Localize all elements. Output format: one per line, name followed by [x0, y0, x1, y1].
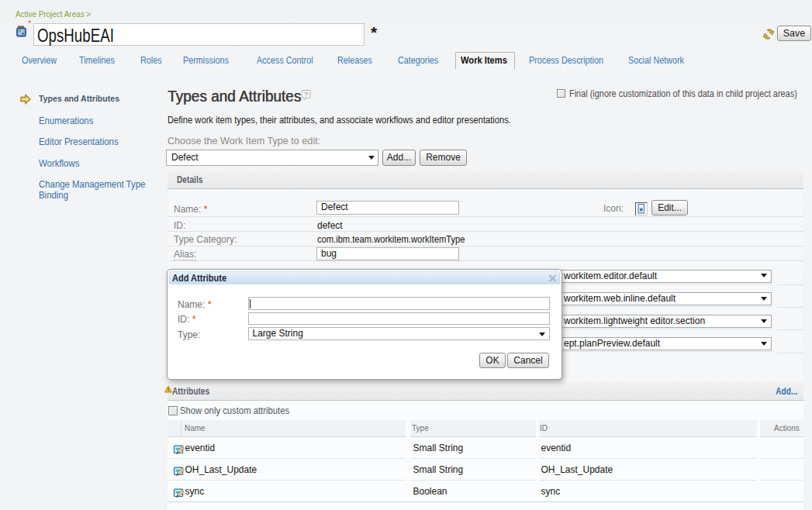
svg-text:?: ?	[304, 91, 308, 98]
